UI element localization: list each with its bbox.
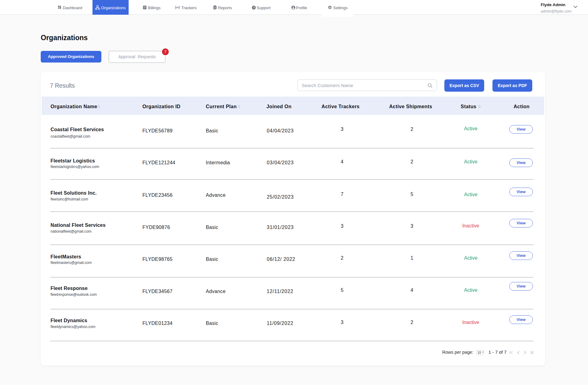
svg-text:?: ? xyxy=(253,6,254,9)
